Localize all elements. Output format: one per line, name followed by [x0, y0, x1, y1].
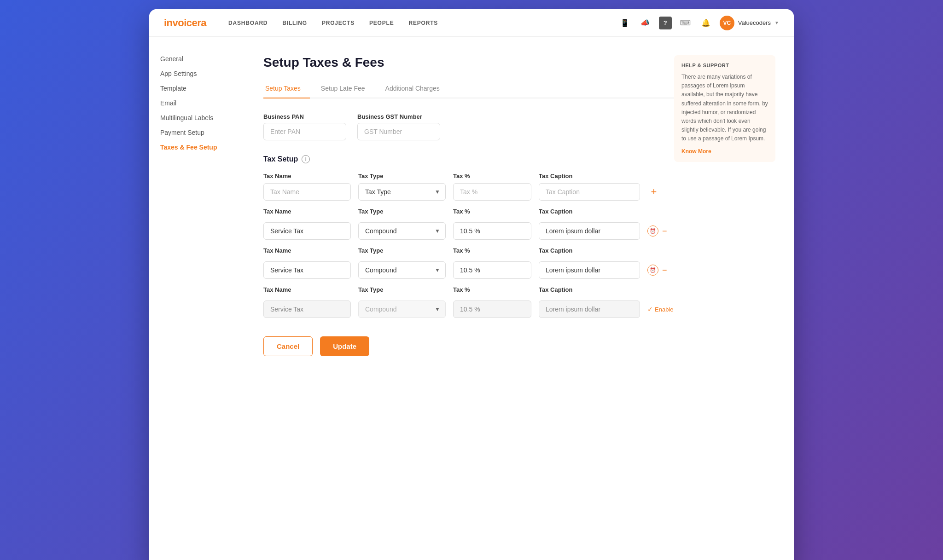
empty-type-select[interactable]: Tax Type Compound Simple Inclusive [358, 183, 446, 201]
tax-row-3-name-input[interactable] [263, 300, 351, 318]
sidebar-item-multilingual[interactable]: Multilingual Labels [160, 110, 230, 125]
tax-row-3-percent-label: Tax % [453, 286, 531, 293]
col-header-type: Tax Type [358, 173, 446, 179]
business-gst-group: Business GST Number [357, 113, 440, 140]
tax-row-3-caption-label: Tax Caption [539, 286, 640, 293]
row-2-clock-icon[interactable]: ⏰ [647, 265, 658, 276]
sidebar: General App Settings Template Email Mult… [149, 37, 241, 560]
enable-button[interactable]: ✓ Enable [647, 306, 673, 313]
tax-row-2-type-group: Compound Simple Inclusive ▼ [358, 261, 446, 279]
nav-links: DASHBOARD BILLING PROJECTS PEOPLE REPORT… [228, 18, 618, 28]
sidebar-item-taxes[interactable]: Taxes & Fee Setup [160, 140, 230, 155]
notification-icon[interactable]: 🔔 [699, 17, 712, 29]
business-gst-input[interactable] [357, 123, 440, 140]
tax-row-3-percent-input[interactable] [453, 300, 531, 318]
tax-data-row-2: Compound Simple Inclusive ▼ [263, 261, 772, 279]
empty-name-input[interactable] [263, 183, 351, 201]
tax-row-3-type-select[interactable]: Compound Simple Inclusive [358, 300, 446, 318]
tax-row-2-name-label: Tax Name [263, 247, 351, 254]
tax-row-3-name-label: Tax Name [263, 286, 351, 293]
tax-row-1-percent-label: Tax % [453, 208, 531, 215]
nav-people[interactable]: PEOPLE [369, 18, 394, 28]
row-2-delete-icon[interactable]: − [662, 266, 667, 274]
avatar: VC [720, 16, 734, 30]
empty-name-group [263, 183, 351, 201]
nav-dashboard[interactable]: DASHBOARD [228, 18, 268, 28]
nav-billing[interactable]: BILLING [282, 18, 307, 28]
nav-reports[interactable]: REPORTS [409, 18, 438, 28]
row-1-clock-icon[interactable]: ⏰ [647, 225, 658, 237]
tax-empty-row: Tax Type Compound Simple Inclusive ▼ [263, 183, 772, 201]
tax-row-3-name-group [263, 300, 351, 318]
sidebar-item-payment[interactable]: Payment Setup [160, 125, 230, 140]
business-gst-label: Business GST Number [357, 113, 440, 120]
tax-table: Tax Name Tax Type Tax % Tax Caption [263, 173, 772, 318]
tax-row-3: Tax Name Tax Type Tax % Tax Caption [263, 286, 772, 293]
cancel-button[interactable]: Cancel [263, 336, 313, 356]
col-header-name: Tax Name [263, 173, 351, 179]
main-layout: General App Settings Template Email Mult… [149, 37, 794, 560]
megaphone-icon[interactable]: 📣 [639, 17, 652, 29]
business-pan-group: Business PAN [263, 113, 346, 140]
tax-row-1-percent-group [453, 222, 531, 240]
tax-row-1-type-select[interactable]: Compound Simple Inclusive [358, 222, 446, 240]
tab-additional-charges[interactable]: Additional Charges [384, 81, 449, 98]
tax-row-1-caption-group [539, 222, 640, 240]
tax-row-2-name-group [263, 261, 351, 279]
help-panel: HELP & SUPPORT There are many variations… [674, 55, 775, 162]
tax-row-2-name-input[interactable] [263, 261, 351, 279]
tab-setup-taxes[interactable]: Setup Taxes [263, 81, 310, 98]
logo: invoicera [164, 17, 206, 29]
tax-row-1-caption-input[interactable] [539, 222, 640, 240]
tax-row-1-percent-input[interactable] [453, 222, 531, 240]
logo-accent: ra [197, 17, 206, 29]
know-more-link[interactable]: Know More [681, 148, 768, 155]
username: Valuecoders [738, 19, 771, 26]
nav-right: 📱 📣 ? ⌨ 🔔 VC Valuecoders ▼ [618, 16, 779, 30]
form-buttons: Cancel Update [263, 336, 772, 356]
tax-row-2-percent-label: Tax % [453, 247, 531, 254]
empty-percent-input[interactable] [453, 183, 531, 201]
update-button[interactable]: Update [320, 336, 369, 356]
tax-row-2-actions: ⏰ − [647, 265, 684, 276]
business-pan-label: Business PAN [263, 113, 346, 120]
tax-row-2: Tax Name Tax Type Tax % Tax Caption [263, 247, 772, 254]
main-content: Setup Taxes & Fees Setup Taxes Setup Lat… [241, 37, 794, 560]
tax-header-row: Tax Name Tax Type Tax % Tax Caption [263, 173, 772, 179]
tax-row-2-type-label: Tax Type [358, 247, 446, 254]
empty-caption-input[interactable] [539, 183, 640, 201]
nav-projects[interactable]: PROJECTS [322, 18, 355, 28]
help-text: There are many variations of passages of… [681, 73, 768, 144]
android-icon[interactable]: 📱 [618, 17, 631, 29]
sidebar-item-template[interactable]: Template [160, 81, 230, 96]
tax-row-1-name-group [263, 222, 351, 240]
tax-row-2-percent-input[interactable] [453, 261, 531, 279]
help-icon[interactable]: ? [659, 17, 672, 29]
tax-row-1: Tax Name Tax Type Tax % Tax Caption [263, 208, 772, 215]
sidebar-item-general[interactable]: General [160, 52, 230, 66]
row-1-delete-icon[interactable]: − [662, 227, 667, 235]
tax-row-2-type-select[interactable]: Compound Simple Inclusive [358, 261, 446, 279]
tax-row-3-actions: ✓ Enable [647, 306, 684, 313]
col-header-caption: Tax Caption [539, 173, 640, 179]
help-title: HELP & SUPPORT [681, 63, 768, 68]
sidebar-item-app-settings[interactable]: App Settings [160, 66, 230, 81]
tax-row-3-type-label: Tax Type [358, 286, 446, 293]
sidebar-item-email[interactable]: Email [160, 96, 230, 110]
tax-row-2-caption-label: Tax Caption [539, 247, 640, 254]
business-pan-input[interactable] [263, 123, 346, 140]
tax-row-1-type-group: Compound Simple Inclusive ▼ [358, 222, 446, 240]
tax-row-2-caption-input[interactable] [539, 261, 640, 279]
tax-row-1-type-label: Tax Type [358, 208, 446, 215]
empty-row-actions: + [647, 185, 684, 198]
add-tax-button[interactable]: + [647, 185, 660, 198]
logo-prefix: invoice [164, 17, 197, 29]
tax-row-3-caption-input[interactable] [539, 300, 640, 318]
info-icon[interactable]: i [302, 155, 310, 163]
user-avatar[interactable]: VC Valuecoders ▼ [720, 16, 779, 30]
tab-setup-late-fee[interactable]: Setup Late Fee [319, 81, 374, 98]
tax-row-2-caption-group [539, 261, 640, 279]
tax-row-2-percent-group [453, 261, 531, 279]
keyboard-icon[interactable]: ⌨ [679, 17, 692, 29]
tax-row-1-name-input[interactable] [263, 222, 351, 240]
